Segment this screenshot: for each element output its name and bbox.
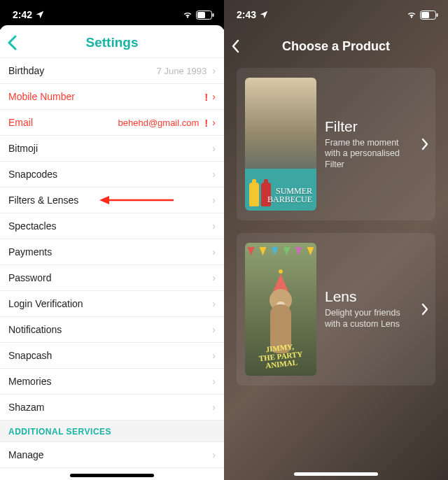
product-header: Choose a Product bbox=[224, 29, 448, 64]
row-mobile-number[interactable]: Mobile Number ! › bbox=[0, 84, 224, 110]
wifi-icon bbox=[183, 10, 192, 20]
chevron-right-icon: › bbox=[212, 195, 216, 206]
chevron-right-icon bbox=[421, 303, 428, 316]
location-icon bbox=[259, 10, 269, 20]
page-title: Settings bbox=[86, 35, 139, 50]
thumb-caption: SUMMER BARBECUE bbox=[267, 187, 312, 204]
row-value: behehd@gmail.com bbox=[118, 118, 200, 128]
row-payments[interactable]: Payments › bbox=[0, 239, 224, 265]
alert-icon: ! bbox=[204, 117, 208, 129]
row-notifications[interactable]: Notifications › bbox=[0, 317, 224, 343]
battery-icon bbox=[196, 10, 214, 20]
chevron-right-icon: › bbox=[212, 402, 216, 413]
chevron-right-icon: › bbox=[212, 298, 216, 309]
row-spectacles[interactable]: Spectacles › bbox=[0, 213, 224, 239]
status-time: 2:43 bbox=[237, 9, 256, 20]
chevron-right-icon: › bbox=[212, 350, 216, 361]
row-label: Password bbox=[8, 272, 212, 283]
status-bar: 2:43 bbox=[224, 0, 448, 29]
back-button[interactable] bbox=[7, 35, 17, 50]
svg-rect-6 bbox=[421, 12, 429, 18]
row-snapcodes[interactable]: Snapcodes › bbox=[0, 162, 224, 188]
choose-product-screen: 2:43 Choose a Product SUMMER bbox=[224, 0, 448, 480]
row-label: Birthday bbox=[8, 65, 157, 76]
row-label: Manage bbox=[8, 449, 212, 460]
row-birthday[interactable]: Birthday 7 June 1993 › bbox=[0, 58, 224, 84]
page-title: Choose a Product bbox=[282, 39, 390, 53]
row-label: Payments bbox=[8, 246, 212, 257]
settings-screen: 2:42 Settings Birthday 7 June 1993 › Mob bbox=[0, 0, 224, 480]
row-snapcash[interactable]: Snapcash › bbox=[0, 343, 224, 369]
settings-list: Birthday 7 June 1993 › Mobile Number ! ›… bbox=[0, 58, 224, 468]
row-manage[interactable]: Manage › bbox=[0, 442, 224, 468]
row-email[interactable]: Email behehd@gmail.com ! › bbox=[0, 110, 224, 136]
chevron-right-icon: › bbox=[212, 324, 216, 335]
alert-icon: ! bbox=[204, 91, 208, 103]
thumb-caption: JIMMY, THE PARTY ANIMAL bbox=[245, 341, 316, 372]
card-subtitle: Delight your friends with a custom Lens bbox=[325, 308, 413, 330]
product-card-filter[interactable]: SUMMER BARBECUE Filter Frame the moment … bbox=[237, 68, 435, 220]
row-label: Notifications bbox=[8, 324, 212, 335]
row-label: Bitmoji bbox=[8, 143, 212, 154]
home-indicator[interactable] bbox=[70, 474, 154, 477]
card-title: Filter bbox=[325, 118, 413, 135]
chevron-right-icon: › bbox=[212, 246, 216, 257]
chevron-right-icon: › bbox=[212, 91, 216, 102]
lens-thumbnail: JIMMY, THE PARTY ANIMAL bbox=[245, 243, 316, 376]
row-label: Spectacles bbox=[8, 220, 212, 232]
svg-rect-1 bbox=[213, 13, 214, 17]
svg-rect-2 bbox=[197, 12, 205, 18]
row-label: Snapcash bbox=[8, 350, 212, 361]
row-label: Memories bbox=[8, 376, 212, 387]
chevron-right-icon bbox=[421, 138, 428, 150]
battery-icon bbox=[420, 10, 438, 20]
home-indicator[interactable] bbox=[294, 472, 378, 476]
status-time: 2:42 bbox=[13, 9, 32, 20]
wifi-icon bbox=[407, 10, 416, 20]
row-label: Shazam bbox=[8, 402, 212, 413]
filter-thumbnail: SUMMER BARBECUE bbox=[245, 78, 316, 211]
row-memories[interactable]: Memories › bbox=[0, 369, 224, 395]
row-value: 7 June 1993 bbox=[157, 66, 207, 76]
product-card-lens[interactable]: JIMMY, THE PARTY ANIMAL Lens Delight you… bbox=[237, 233, 435, 386]
chevron-right-icon: › bbox=[212, 376, 216, 387]
row-label: Mobile Number bbox=[8, 91, 204, 102]
row-label: Filters & Lenses bbox=[8, 195, 212, 206]
svg-rect-5 bbox=[437, 13, 438, 17]
section-additional-services: ADDITIONAL SERVICES bbox=[0, 421, 224, 442]
bunting-icon bbox=[245, 247, 316, 260]
card-title: Lens bbox=[325, 288, 413, 305]
row-label: Login Verification bbox=[8, 298, 212, 309]
back-button[interactable] bbox=[231, 39, 239, 53]
chevron-right-icon: › bbox=[212, 272, 216, 283]
chevron-right-icon: › bbox=[212, 220, 216, 232]
row-label: Snapcodes bbox=[8, 169, 212, 180]
chevron-right-icon: › bbox=[212, 169, 216, 180]
row-shazam[interactable]: Shazam › bbox=[0, 395, 224, 421]
card-subtitle: Frame the moment with a personalised Fil… bbox=[325, 138, 413, 171]
row-password[interactable]: Password › bbox=[0, 265, 224, 291]
chevron-right-icon: › bbox=[212, 65, 216, 76]
location-icon bbox=[35, 10, 45, 20]
row-bitmoji[interactable]: Bitmoji › bbox=[0, 136, 224, 162]
row-filters-lenses[interactable]: Filters & Lenses › bbox=[0, 188, 224, 213]
chevron-right-icon: › bbox=[212, 449, 216, 460]
row-login-verification[interactable]: Login Verification › bbox=[0, 291, 224, 317]
row-label: Email bbox=[8, 117, 118, 128]
chevron-right-icon: › bbox=[212, 143, 216, 154]
settings-header: Settings bbox=[0, 25, 224, 58]
chevron-right-icon: › bbox=[212, 117, 216, 128]
